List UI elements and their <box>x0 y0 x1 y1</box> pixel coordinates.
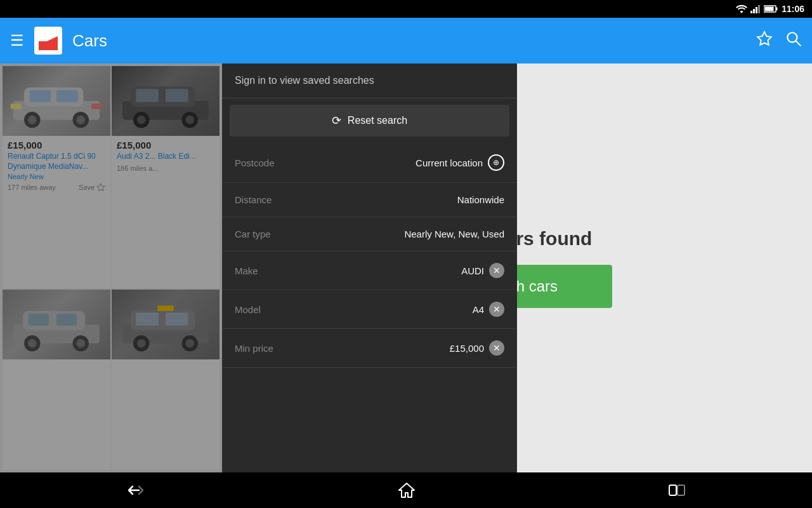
svg-rect-12 <box>56 90 78 102</box>
car-1-name: Renault Captur 1.5 dCi 90 Dynamique Medi… <box>8 152 105 171</box>
car-card[interactable]: £15,000 Renault Captur 1.5 dCi 90 Dynami… <box>3 66 110 288</box>
car-type-label: Car type <box>235 229 271 239</box>
svg-rect-38 <box>166 312 188 325</box>
search-button[interactable] <box>785 30 802 51</box>
app-logo <box>34 27 62 55</box>
svg-rect-11 <box>30 90 51 102</box>
car-image-2 <box>112 66 219 136</box>
model-label: Model <box>235 304 261 315</box>
svg-rect-17 <box>11 104 22 109</box>
home-icon <box>398 482 416 498</box>
favorite-button[interactable] <box>756 30 773 51</box>
car-3-price <box>8 363 105 374</box>
wifi-icon <box>736 4 747 13</box>
model-field-row[interactable]: Model A4 ✕ <box>222 290 517 329</box>
min-price-field-row[interactable]: Min price £15,000 ✕ <box>222 329 517 368</box>
car-image-1 <box>3 66 110 136</box>
car-image-3 <box>3 290 110 359</box>
svg-point-34 <box>76 339 85 348</box>
svg-rect-44 <box>669 485 676 495</box>
bottom-nav <box>0 472 812 508</box>
status-bar: 11:06 <box>0 0 812 18</box>
battery-icon <box>764 5 778 13</box>
sign-in-row[interactable]: Sign in to view saved searches <box>222 64 517 98</box>
current-location-icon: ⊕ <box>488 154 504 171</box>
hamburger-button[interactable]: ☰ <box>10 32 24 50</box>
min-price-clear-button[interactable]: ✕ <box>489 340 504 356</box>
car-3-illustration <box>3 290 110 359</box>
svg-rect-0 <box>750 11 752 13</box>
svg-point-26 <box>185 116 194 124</box>
recent-apps-icon <box>668 483 686 498</box>
car-type-field-row[interactable]: Car type Nearly New, New, Used <box>222 217 517 251</box>
car-3-details <box>3 359 110 379</box>
min-price-label: Min price <box>235 343 273 354</box>
svg-rect-6 <box>765 7 774 11</box>
distance-field-row[interactable]: Distance Nationwide <box>222 183 517 217</box>
svg-rect-43 <box>157 305 174 311</box>
back-icon <box>126 483 145 498</box>
car-2-distance: 186 miles a... <box>117 164 158 172</box>
car-4-price <box>117 363 214 374</box>
svg-point-32 <box>28 339 37 348</box>
status-time: 11:06 <box>782 4 804 14</box>
svg-rect-29 <box>29 314 49 326</box>
svg-point-40 <box>137 339 146 348</box>
signal-icon <box>750 4 761 13</box>
car-1-details: £15,000 Renault Captur 1.5 dCi 90 Dynami… <box>3 136 110 197</box>
model-value: A4 ✕ <box>473 302 504 317</box>
overlay-panel: Sign in to view saved searches ⟳ Reset s… <box>222 64 517 472</box>
car-card-4[interactable] <box>112 290 219 470</box>
distance-value: Nationwide <box>457 194 504 205</box>
make-clear-button[interactable]: ✕ <box>489 263 504 278</box>
main-content: £15,000 Renault Captur 1.5 dCi 90 Dynami… <box>0 64 812 472</box>
app-title: Cars <box>72 31 746 51</box>
svg-rect-30 <box>56 314 77 326</box>
svg-point-14 <box>28 116 37 124</box>
svg-point-24 <box>137 116 146 124</box>
car-image-4 <box>112 290 219 359</box>
car-1-price: £15,000 <box>8 140 105 150</box>
reset-icon: ⟳ <box>332 114 341 128</box>
make-field-row[interactable]: Make AUDI ✕ <box>222 251 517 290</box>
min-price-value: £15,000 ✕ <box>450 340 504 356</box>
svg-rect-18 <box>91 104 102 109</box>
svg-point-42 <box>185 339 194 348</box>
svg-line-8 <box>796 41 801 46</box>
postcode-label: Postcode <box>235 157 275 168</box>
svg-rect-22 <box>166 89 188 102</box>
model-clear-button[interactable]: ✕ <box>489 302 504 317</box>
car-2-footer: 186 miles a... <box>117 164 214 172</box>
svg-rect-2 <box>756 7 757 13</box>
search-fields: Postcode Current location ⊕ Distance Nat… <box>222 143 517 472</box>
make-label: Make <box>235 265 258 276</box>
make-value: AUDI ✕ <box>461 263 504 278</box>
car-listings: £15,000 Renault Captur 1.5 dCi 90 Dynami… <box>0 64 222 472</box>
search-icon <box>785 30 802 47</box>
car-1-save[interactable]: Save <box>79 183 105 192</box>
car-2-name: Audi A3 2... Black Edi... <box>117 152 214 162</box>
svg-rect-45 <box>678 485 684 495</box>
sign-in-text: Sign in to view saved searches <box>235 75 374 86</box>
car-1-footer: 177 miles away Save <box>8 183 105 192</box>
svg-point-16 <box>76 116 85 124</box>
car-1-condition: Nearly New <box>8 173 105 180</box>
save-star-icon <box>96 183 105 192</box>
car-4-illustration <box>112 290 219 359</box>
car-card-3[interactable] <box>3 290 110 470</box>
distance-label: Distance <box>235 194 272 205</box>
car-card-2[interactable]: £15,000 Audi A3 2... Black Edi... 186 mi… <box>112 66 219 288</box>
recent-apps-button[interactable] <box>668 483 686 498</box>
svg-rect-5 <box>776 8 778 11</box>
car-type-value: Nearly New, New, Used <box>404 229 504 239</box>
postcode-field-row[interactable]: Postcode Current location ⊕ <box>222 143 517 183</box>
car-4-details <box>112 359 219 379</box>
reset-search-button[interactable]: ⟳ Reset search <box>230 105 509 137</box>
svg-rect-37 <box>136 312 159 325</box>
car-1-distance: 177 miles away <box>8 184 56 191</box>
svg-rect-3 <box>758 5 760 13</box>
back-button[interactable] <box>126 483 145 498</box>
star-icon <box>756 30 773 47</box>
svg-rect-21 <box>136 89 159 102</box>
home-button[interactable] <box>398 482 416 498</box>
